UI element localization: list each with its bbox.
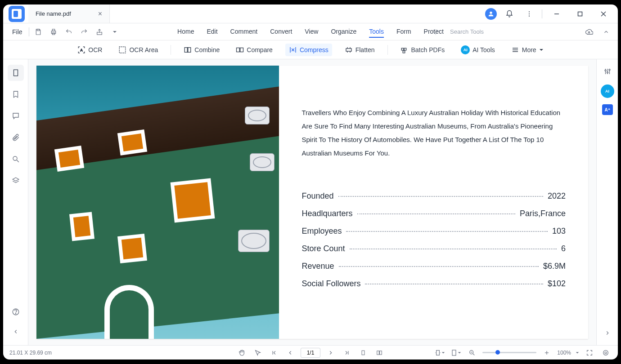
tools-ribbon: A OCR OCR Area Combine Compare Compress … — [3, 40, 618, 59]
properties-icon[interactable] — [601, 65, 614, 78]
main-menu: HomeEditCommentConvertViewOrganizeToolsF… — [177, 26, 444, 38]
more-button[interactable]: More — [508, 44, 547, 56]
menu-item-form[interactable]: Form — [396, 26, 411, 38]
menu-item-comment[interactable]: Comment — [230, 26, 258, 38]
search-panel-icon[interactable] — [8, 151, 24, 167]
collapse-ribbon-icon[interactable] — [600, 26, 612, 38]
print-icon[interactable] — [47, 26, 60, 38]
fit-width-icon[interactable] — [434, 347, 446, 359]
flatten-button[interactable]: Flatten — [341, 44, 378, 56]
svg-text:A: A — [81, 48, 83, 52]
collapse-rightbar-icon[interactable] — [601, 326, 614, 340]
fit-page-icon[interactable] — [450, 347, 462, 359]
combine-button[interactable]: Combine — [180, 44, 223, 56]
menu-item-home[interactable]: Home — [177, 26, 194, 38]
svg-rect-20 — [346, 49, 351, 51]
ocr-button[interactable]: A OCR — [74, 44, 106, 56]
help-icon[interactable] — [8, 304, 24, 320]
comments-panel-icon[interactable] — [8, 108, 24, 124]
reading-mode-icon[interactable] — [600, 347, 612, 359]
menu-item-convert[interactable]: Convert — [270, 26, 292, 38]
thumbnails-panel-icon[interactable] — [8, 65, 24, 81]
svg-point-31 — [15, 313, 16, 314]
stat-row: Store Count6 — [302, 244, 566, 253]
stats-list: Founded2022HeadlquartersParis,FranceEmpl… — [302, 191, 566, 289]
share-icon[interactable] — [93, 26, 106, 38]
zoom-dropdown-icon[interactable] — [576, 351, 579, 355]
svg-rect-21 — [401, 48, 404, 50]
divider — [171, 45, 171, 55]
ai-assistant-icon[interactable]: AI — [601, 84, 614, 98]
redo-icon[interactable] — [78, 26, 90, 38]
undo-icon[interactable] — [63, 26, 75, 38]
svg-rect-11 — [52, 33, 54, 35]
file-menu[interactable]: File — [9, 28, 26, 36]
hand-tool-icon[interactable] — [236, 347, 248, 359]
stat-leader — [350, 249, 557, 249]
document-viewport[interactable]: Travellers Who Enjoy Combining A Luxury … — [28, 59, 596, 345]
page-text-content: Travellers Who Enjoy Combining A Luxury … — [279, 66, 588, 339]
svg-rect-27 — [14, 70, 18, 76]
batch-label: Batch PDFs — [411, 46, 445, 53]
cloud-upload-icon[interactable] — [583, 26, 595, 38]
maximize-button[interactable] — [571, 7, 589, 21]
document-tab[interactable]: File name.pdf × — [28, 4, 110, 23]
svg-rect-40 — [380, 351, 382, 354]
titlebar: File name.pdf × — [3, 4, 618, 23]
left-sidebar — [3, 59, 28, 345]
next-page-icon[interactable] — [325, 347, 337, 359]
svg-rect-22 — [404, 48, 406, 50]
bell-icon[interactable] — [502, 7, 517, 21]
pdf-page: Travellers Who Enjoy Combining A Luxury … — [36, 66, 588, 339]
svg-rect-41 — [436, 350, 440, 355]
zoom-in-icon[interactable] — [541, 347, 553, 359]
last-page-icon[interactable] — [341, 347, 353, 359]
two-page-icon[interactable] — [374, 347, 385, 359]
dropdown-icon[interactable] — [108, 26, 121, 38]
minimize-button[interactable] — [548, 7, 566, 21]
main-area: Travellers Who Enjoy Combining A Luxury … — [3, 59, 618, 345]
stat-label: Store Count — [302, 244, 345, 253]
app-logo-icon — [9, 6, 25, 22]
close-tab-icon[interactable]: × — [98, 10, 102, 18]
ocr-area-button[interactable]: OCR Area — [115, 44, 162, 56]
page-number-input[interactable] — [301, 348, 320, 358]
single-page-icon[interactable] — [357, 347, 369, 359]
compare-label: Compare — [247, 46, 273, 53]
stat-leader — [338, 196, 543, 197]
layers-panel-icon[interactable] — [8, 173, 24, 189]
stat-value: $6.9M — [543, 262, 566, 271]
menu-item-organize[interactable]: Organize — [331, 26, 356, 38]
compare-button[interactable]: Compare — [232, 44, 276, 56]
attachments-panel-icon[interactable] — [8, 129, 24, 146]
prev-page-icon[interactable] — [284, 347, 296, 359]
menu-item-edit[interactable]: Edit — [207, 26, 217, 38]
bookmarks-panel-icon[interactable] — [8, 86, 24, 102]
menu-item-view[interactable]: View — [305, 26, 318, 38]
stat-leader — [346, 231, 547, 232]
search-tools-input[interactable]: Search Tools — [450, 28, 484, 35]
menu-item-tools[interactable]: Tools — [369, 26, 384, 38]
ocr-area-label: OCR Area — [129, 46, 158, 53]
compress-button[interactable]: Compress — [285, 44, 332, 56]
zoom-out-icon[interactable] — [466, 347, 478, 359]
ai-tools-button[interactable]: AI AI Tools — [457, 43, 499, 57]
select-tool-icon[interactable] — [252, 347, 264, 359]
batch-pdfs-button[interactable]: Batch PDFs — [397, 44, 449, 56]
first-page-icon[interactable] — [268, 347, 280, 359]
collapse-leftbar-icon[interactable] — [8, 324, 24, 340]
stat-label: Headlquarters — [302, 209, 352, 218]
stat-value: 2022 — [548, 191, 566, 201]
more-dots-icon[interactable] — [522, 7, 536, 21]
fullscreen-icon[interactable] — [584, 347, 595, 359]
menu-item-protect[interactable]: Protect — [424, 26, 444, 38]
compress-label: Compress — [300, 46, 328, 53]
user-avatar-icon[interactable] — [485, 8, 497, 20]
svg-line-45 — [473, 354, 474, 355]
translate-icon[interactable]: A⁺ — [602, 104, 613, 115]
close-window-button[interactable] — [594, 7, 612, 21]
save-icon[interactable] — [32, 26, 45, 38]
svg-rect-15 — [120, 47, 126, 53]
zoom-slider[interactable] — [482, 352, 536, 353]
svg-point-0 — [490, 11, 492, 13]
